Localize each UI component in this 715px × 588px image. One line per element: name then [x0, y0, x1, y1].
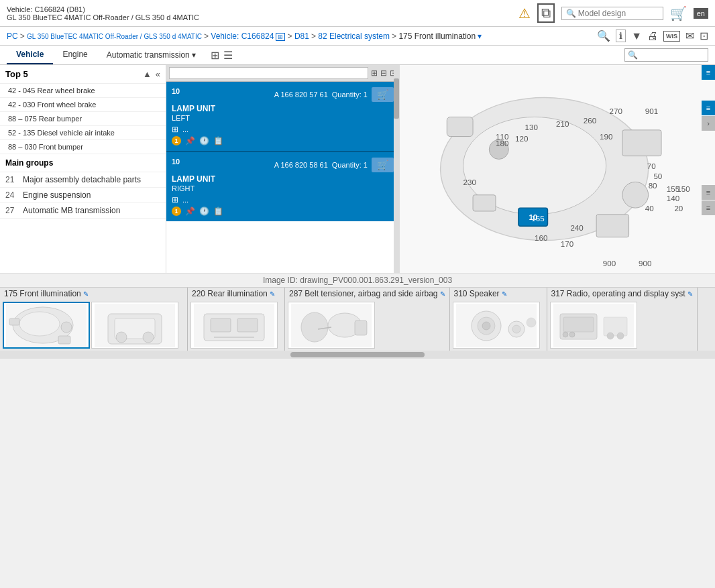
thumb-edit-icon-2[interactable]: ✎ [440, 290, 445, 298]
part-table-btn-1[interactable]: ⊞ [172, 195, 178, 204]
collapse-up-btn[interactable]: ▲ [143, 69, 152, 79]
svg-point-4 [622, 182, 649, 208]
svg-rect-36 [9, 318, 19, 325]
info-btn[interactable]: ℹ [616, 30, 626, 42]
top5-controls: ▲ « [143, 69, 160, 79]
thumb-edit-icon-3[interactable]: ✎ [502, 290, 507, 298]
part-clock-btn-1[interactable]: 🕐 [199, 207, 209, 216]
mail-btn[interactable]: ✉ [685, 30, 694, 42]
part-pin-btn-1[interactable]: 📌 [185, 207, 195, 216]
tab-search-area: 🔍 1668205761 [624, 48, 708, 62]
parts-view-btn1[interactable]: ⊞ [371, 68, 378, 78]
thumb-edit-icon-4[interactable]: ✎ [688, 290, 693, 298]
parts-search-input[interactable] [169, 67, 368, 79]
group-label-27: Automatic MB transmission [23, 206, 120, 215]
sidebar-group-21[interactable]: 21 Major assembly detachable parts [0, 172, 166, 188]
svg-rect-6 [473, 195, 496, 211]
sidebar-group-24[interactable]: 24 Engine suspension [0, 188, 166, 203]
thumb-0-0[interactable] [3, 302, 90, 349]
parts-scrollbar[interactable] [394, 65, 399, 273]
svg-text:901: 901 [645, 107, 658, 115]
lang-badge[interactable]: en [694, 8, 708, 19]
svg-point-60 [569, 332, 575, 337]
expand-btn[interactable]: ⊡ [700, 30, 708, 42]
sidebar-item-2[interactable]: 88 – 075 Rear bumper [0, 112, 166, 126]
horizontal-scrollbar[interactable] [0, 351, 715, 359]
svg-text:80: 80 [649, 181, 657, 190]
header-bar: Vehicle: C166824 (D81) GL 350 BlueTEC 4M… [0, 0, 715, 27]
part-doc-btn-1[interactable]: 📋 [213, 207, 223, 216]
toolbar-row: PC > GL 350 BlueTEC 4MATIC Off-Roader / … [0, 27, 715, 46]
thumbnail-group-1: 220 Rear illumination ✎ [188, 288, 285, 351]
thumb-images-2 [285, 300, 449, 351]
float-btn-gray-3[interactable]: ≡ [702, 200, 715, 215]
thumbnail-group-4: 317 Radio, operating and display syst ✎ [547, 288, 698, 351]
float-btn-blue-1[interactable]: ≡ [702, 65, 715, 80]
add-to-cart-btn-0[interactable]: 🛒 [372, 87, 394, 102]
float-btn-blue-2[interactable]: ≡ [702, 101, 715, 115]
parts-scrollbar-thumb[interactable] [394, 78, 399, 119]
scrollbar-thumb[interactable] [290, 352, 425, 357]
tab-engine[interactable]: Engine [53, 46, 97, 64]
tab-icon-grid[interactable]: ⊞ [211, 49, 219, 62]
collapse-sideways-btn[interactable]: « [156, 69, 160, 79]
float-btn-gray-2[interactable]: ≡ [702, 185, 715, 200]
sidebar-item-4[interactable]: 88 – 030 Front bumper [0, 140, 166, 154]
warning-icon[interactable]: ⚠ [518, 5, 531, 21]
zoom-in-btn[interactable]: 🔍 [597, 30, 610, 42]
tab-automatic-transmission[interactable]: Automatic transmission ▾ [97, 46, 205, 64]
thumbnail-label-3: 310 Speaker ✎ [450, 288, 547, 300]
thumbnail-group-2: 287 Belt tensioner, airbag and side airb… [285, 288, 450, 351]
thumb-images-3 [450, 300, 547, 351]
sidebar-group-27[interactable]: 27 Automatic MB transmission [0, 203, 166, 219]
thumb-2-0[interactable] [288, 302, 375, 349]
sidebar-item-1[interactable]: 42 - 030 Front wheel brake [0, 98, 166, 112]
breadcrumb-model[interactable]: GL 350 BlueTEC 4MATIC Off-Roader / GLS 3… [27, 33, 202, 40]
part-table-btn-0[interactable]: ⊞ [172, 125, 178, 134]
part-name-1: LAMP UNIT [172, 174, 394, 184]
sidebar-item-0[interactable]: 42 - 045 Rear wheel brake [0, 84, 166, 98]
group-num-21: 21 [5, 175, 19, 184]
part-actions-row-0: ⊞ ... [172, 125, 394, 134]
part-number-0: A 166 820 57 61 [274, 91, 328, 99]
add-to-cart-btn-1[interactable]: 🛒 [372, 158, 394, 172]
float-btn-gray-1[interactable]: › [702, 116, 715, 131]
sidebar-item-3[interactable]: 52 - 135 Diesel vehicle air intake [0, 126, 166, 140]
thumb-edit-icon-0[interactable]: ✎ [83, 290, 89, 298]
filter-btn[interactable]: ▼ [631, 30, 642, 42]
thumbnail-group-0: 175 Front illumination ✎ [0, 288, 188, 351]
thumb-1-0[interactable] [190, 302, 278, 349]
parts-view-btn2[interactable]: ⊟ [380, 68, 387, 78]
breadcrumb-electrical[interactable]: 82 Electrical system [318, 32, 390, 41]
breadcrumb-vehicle[interactable]: Vehicle: C166824 [211, 32, 274, 41]
vehicle-icon[interactable]: ⊞ [276, 33, 285, 41]
info-badge-1[interactable]: 1 [172, 207, 181, 216]
svg-rect-61 [604, 317, 627, 336]
breadcrumb-dropdown-btn[interactable]: ▾ [478, 32, 482, 41]
thumb-edit-icon-1[interactable]: ✎ [270, 290, 275, 298]
thumb-images-1 [188, 300, 284, 351]
part-card-0[interactable]: 10 A 166 820 57 61 Quantity: 1 🛒 LAMP UN… [166, 82, 399, 152]
tab-search-input[interactable]: 1668205761 [641, 50, 708, 60]
thumb-0-1[interactable] [91, 302, 178, 349]
breadcrumb-pc[interactable]: PC [7, 32, 18, 41]
svg-point-56 [527, 318, 536, 327]
model-search-input[interactable] [578, 9, 659, 18]
thumb-3-0[interactable] [453, 302, 540, 349]
wis-btn[interactable]: WIS [663, 31, 680, 42]
tab-vehicle[interactable]: Vehicle [7, 46, 53, 64]
copy-icon[interactable]: ⧉ [537, 3, 555, 23]
svg-rect-2 [447, 117, 473, 137]
part-doc-btn-0[interactable]: 📋 [213, 136, 223, 145]
info-badge-0[interactable]: 1 [172, 136, 181, 145]
breadcrumb-d81[interactable]: D81 [294, 32, 309, 41]
print-btn[interactable]: 🖨 [647, 30, 658, 42]
part-clock-btn-0[interactable]: 🕐 [199, 136, 209, 145]
cart-icon[interactable]: 🛒 [670, 5, 687, 21]
part-pin-btn-0[interactable]: 📌 [185, 136, 195, 145]
part-card-1[interactable]: 10 A 166 820 58 61 Quantity: 1 🛒 LAMP UN… [166, 152, 399, 221]
tab-icon-list[interactable]: ☰ [223, 49, 233, 62]
part-desc-1: RIGHT [172, 184, 394, 192]
svg-text:140: 140 [667, 194, 679, 202]
thumb-4-0[interactable] [550, 302, 637, 349]
